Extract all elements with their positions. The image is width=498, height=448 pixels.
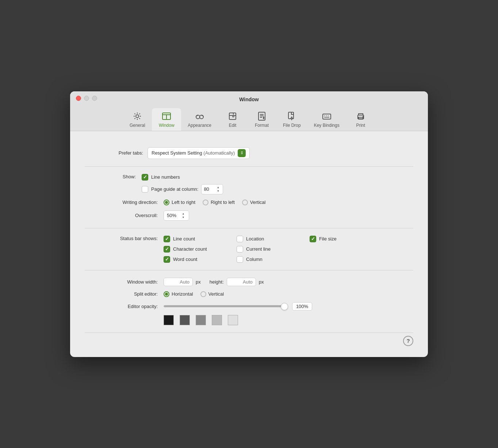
opacity-slider-thumb[interactable]	[281, 303, 288, 310]
window-width-label: Window width:	[85, 279, 158, 285]
current-line-row: Current line	[237, 246, 310, 253]
overscroll-row: Overscroll: 50% ▲ ▼	[85, 210, 413, 221]
file-size-checkbox[interactable]: ✓	[310, 236, 316, 242]
stepper-up[interactable]: ▲	[215, 186, 221, 189]
radio-vertical-button[interactable]	[242, 200, 248, 205]
line-count-checkbox[interactable]: ✓	[164, 236, 170, 242]
radio-ltr-button[interactable]	[164, 200, 169, 205]
writing-direction-label: Writing direction:	[85, 200, 158, 205]
opacity-value: 100%	[292, 302, 312, 311]
radio-rtl[interactable]: Right to left	[203, 200, 235, 205]
tab-print-label: Print	[356, 123, 365, 128]
char-count-checkbox[interactable]: ✓	[164, 246, 170, 253]
word-count-checkbox[interactable]: ✓	[164, 256, 170, 263]
split-editor-label: Split editor:	[85, 291, 158, 297]
location-checkbox[interactable]	[237, 236, 243, 242]
page-guide-checkbox[interactable]	[142, 186, 148, 193]
radio-ltr[interactable]: Left to right	[164, 200, 195, 205]
tab-format[interactable]: Format	[247, 108, 276, 131]
overscroll-down[interactable]: ▼	[181, 216, 186, 219]
status-bar-checkboxes: ✓ Line count Location ✓ File size	[164, 236, 383, 263]
help-button[interactable]: ?	[403, 336, 413, 346]
radio-vertical-split[interactable]: Vertical	[200, 291, 224, 297]
current-line-checkbox[interactable]	[237, 246, 243, 253]
line-numbers-checkbox[interactable]: ✓	[142, 174, 148, 181]
tab-format-label: Format	[255, 123, 269, 128]
keyboard-icon	[322, 111, 332, 121]
opacity-swatch-25[interactable]	[212, 315, 222, 325]
opacity-swatches	[164, 315, 413, 325]
page-guide-input[interactable]: 80 ▲ ▼	[201, 184, 223, 194]
line-count-label: Line count	[173, 236, 195, 242]
traffic-lights	[76, 96, 97, 101]
svg-rect-9	[323, 114, 331, 119]
split-editor-row: Split editor: Horizontal Vertical	[85, 291, 413, 297]
print-icon	[356, 111, 366, 121]
tab-appearance[interactable]: Appearance	[181, 108, 218, 131]
split-editor-options: Horizontal Vertical	[164, 291, 224, 297]
radio-horizontal-button[interactable]	[164, 291, 169, 297]
line-numbers-row: ✓ Line numbers	[142, 174, 223, 181]
maximize-button[interactable]	[92, 96, 97, 101]
prefer-tabs-row: Prefer tabs: Respect System Setting (Aut…	[85, 147, 413, 159]
tab-window[interactable]: Window	[152, 108, 181, 131]
radio-ltr-label: Left to right	[172, 200, 195, 205]
radio-rtl-button[interactable]	[203, 200, 208, 205]
radio-vertical[interactable]: Vertical	[242, 200, 266, 205]
tab-keybindings[interactable]: Key Bindings	[307, 108, 346, 131]
page-guide-label: Page guide at column:	[151, 186, 198, 192]
stepper-down[interactable]: ▼	[215, 189, 221, 193]
radio-inner	[165, 201, 168, 204]
radio-horizontal[interactable]: Horizontal	[164, 291, 193, 297]
height-label: height:	[210, 279, 224, 285]
help-row: ?	[85, 336, 413, 346]
toolbar: General Window	[123, 108, 375, 131]
filedrop-icon	[287, 111, 297, 121]
tab-general[interactable]: General	[123, 108, 152, 131]
radio-vertical-split-label: Vertical	[208, 291, 224, 297]
current-line-label: Current line	[246, 246, 271, 252]
writing-direction-row: Writing direction: Left to right Right t…	[85, 200, 413, 205]
radio-vertical-split-button[interactable]	[200, 291, 206, 297]
close-button[interactable]	[76, 96, 81, 101]
tab-filedrop[interactable]: File Drop	[276, 108, 307, 131]
radio-inner	[165, 293, 168, 296]
checkmark-icon: ✓	[165, 257, 169, 262]
overscroll-stepper[interactable]: ▲ ▼	[181, 212, 186, 219]
checkmark-icon: ✓	[165, 247, 169, 251]
radio-vertical-label: Vertical	[250, 200, 266, 205]
opacity-swatch-75[interactable]	[180, 315, 190, 325]
opacity-swatch-50[interactable]	[196, 315, 206, 325]
window-title: Window	[239, 96, 259, 102]
opacity-swatch-0[interactable]	[228, 315, 238, 325]
opacity-slider-track[interactable]	[164, 305, 288, 307]
radio-horizontal-label: Horizontal	[172, 291, 193, 297]
prefer-tabs-value: Respect System Setting (Automatically)	[152, 150, 235, 156]
overscroll-input[interactable]: 50% ▲ ▼	[164, 210, 189, 221]
prefer-tabs-select[interactable]: Respect System Setting (Automatically) ⇕	[148, 147, 250, 159]
show-section: Show: ✓ Line numbers Page guide at colum…	[85, 167, 413, 228]
tab-print[interactable]: Print	[346, 108, 375, 131]
status-bar-section: Status bar shows: ✓ Line count Location	[85, 228, 413, 270]
char-count-row: ✓ Character count	[164, 246, 237, 253]
opacity-slider-container: 100%	[164, 302, 312, 311]
window-settings-section: Window width: px height: px Split editor…	[85, 270, 413, 333]
window-width-input[interactable]	[164, 278, 193, 286]
overscroll-up[interactable]: ▲	[181, 212, 186, 216]
tab-general-label: General	[130, 123, 145, 128]
checkmark-icon: ✓	[143, 175, 147, 179]
edit-icon	[227, 111, 238, 121]
file-size-label: File size	[319, 236, 337, 242]
column-checkbox[interactable]	[237, 256, 243, 263]
page-guide-stepper[interactable]: ▲ ▼	[215, 186, 221, 193]
char-count-label: Character count	[173, 246, 207, 252]
column-row: Column	[237, 256, 310, 263]
line-count-row: ✓ Line count	[164, 236, 237, 242]
minimize-button[interactable]	[84, 96, 89, 101]
tab-appearance-label: Appearance	[188, 123, 211, 128]
content-area: Prefer tabs: Respect System Setting (Aut…	[70, 131, 428, 357]
opacity-swatch-100[interactable]	[164, 315, 174, 325]
window-height-input[interactable]	[227, 278, 256, 286]
tab-edit[interactable]: Edit	[218, 108, 247, 131]
writing-direction-options: Left to right Right to left Vertical	[164, 200, 265, 205]
